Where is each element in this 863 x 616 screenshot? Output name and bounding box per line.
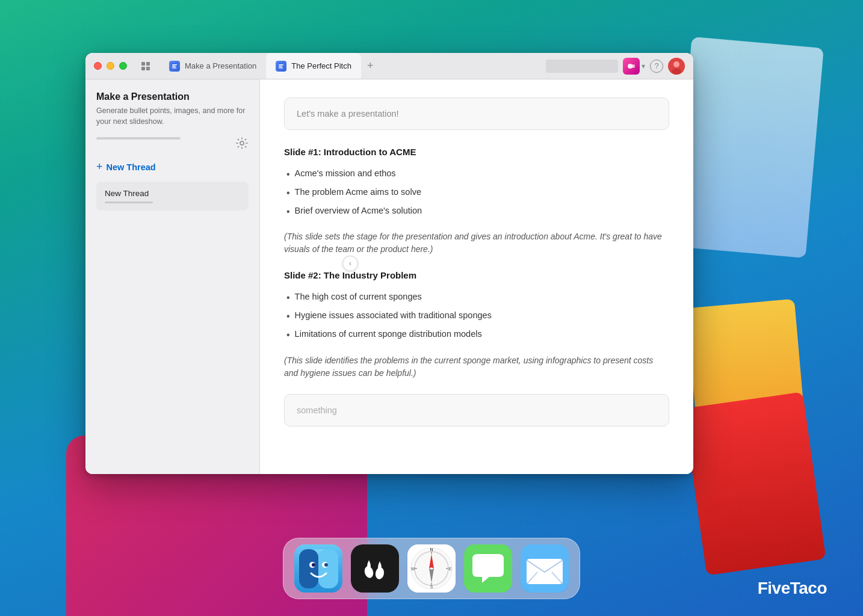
svg-rect-3 bbox=[146, 67, 150, 70]
dock-finder[interactable] bbox=[294, 544, 342, 593]
svg-text:W: W bbox=[411, 567, 415, 571]
user-avatar[interactable] bbox=[668, 58, 685, 75]
new-thread-label: New Thread bbox=[107, 162, 156, 172]
slide-2-note: (This slide identifies the problems in t… bbox=[284, 354, 669, 380]
dock: N S E W bbox=[283, 538, 580, 599]
mail-icon bbox=[521, 544, 569, 593]
tabs-container: Make a Presentation The Perfect Pitch + bbox=[159, 53, 546, 79]
tab-make-presentation[interactable]: Make a Presentation bbox=[159, 53, 266, 79]
finder-icon bbox=[294, 544, 342, 593]
search-bar bbox=[546, 60, 618, 73]
bottom-input-placeholder: something bbox=[297, 405, 337, 415]
messages-icon bbox=[464, 544, 512, 593]
bottom-input-area[interactable]: something bbox=[284, 394, 669, 427]
svg-point-24 bbox=[324, 563, 328, 567]
tab-pitch-label: The Perfect Pitch bbox=[291, 61, 351, 70]
slide-1-heading: Slide #1: Introduction to ACME bbox=[284, 147, 669, 157]
dock-make-app[interactable] bbox=[351, 544, 399, 593]
help-button[interactable]: ? bbox=[650, 60, 663, 73]
svg-rect-9 bbox=[279, 64, 283, 66]
svg-rect-5 bbox=[172, 64, 177, 66]
slide-2-bullet-1: The high cost of current sponges bbox=[286, 289, 669, 307]
dock-safari[interactable]: N S E W bbox=[407, 544, 456, 593]
sidebar-subtitle: Generate bullet points, images, and more… bbox=[96, 106, 249, 127]
titlebar-right: ▾ ? bbox=[546, 58, 685, 75]
sidebar: Make a Presentation Generate bullet poin… bbox=[85, 79, 260, 474]
content-area: Make a Presentation Generate bullet poin… bbox=[85, 79, 693, 474]
tab-make-icon bbox=[169, 61, 180, 72]
thread-item[interactable]: New Thread bbox=[96, 182, 249, 211]
new-thread-button[interactable]: + New Thread bbox=[96, 161, 249, 173]
minimize-button[interactable] bbox=[107, 62, 114, 70]
svg-rect-20 bbox=[318, 549, 338, 588]
slide-1-bullet-3: Brief overview of Acme's solution bbox=[286, 203, 669, 221]
thread-item-preview bbox=[105, 202, 153, 203]
dock-mail[interactable] bbox=[521, 544, 569, 593]
sidebar-controls-row bbox=[96, 137, 249, 150]
app-icon-group: ▾ bbox=[623, 58, 645, 75]
avatar-image bbox=[668, 58, 685, 75]
svg-point-15 bbox=[673, 61, 679, 67]
bg-red-decoration bbox=[683, 392, 826, 575]
grid-icon bbox=[141, 61, 150, 71]
settings-icon[interactable] bbox=[235, 137, 249, 150]
svg-point-17 bbox=[240, 141, 244, 145]
window-icon-button[interactable] bbox=[137, 57, 155, 75]
svg-point-23 bbox=[312, 563, 315, 567]
svg-rect-19 bbox=[299, 549, 318, 588]
add-tab-button[interactable]: + bbox=[361, 53, 380, 79]
thread-item-title: New Thread bbox=[105, 189, 240, 198]
svg-rect-7 bbox=[172, 67, 176, 69]
svg-text:E: E bbox=[449, 567, 452, 571]
app-icon-button[interactable] bbox=[623, 58, 640, 75]
svg-text:S: S bbox=[430, 585, 433, 589]
slide-2-section: Slide #2: The Industry Problem The high … bbox=[284, 270, 669, 379]
slide-1-bullet-1: Acme's mission and ethos bbox=[286, 165, 669, 184]
sidebar-progress-bar bbox=[96, 137, 181, 140]
fivetaco-label: FiveTaco bbox=[758, 579, 827, 598]
app-dropdown-arrow[interactable]: ▾ bbox=[642, 62, 645, 70]
slide-1-note: (This slide sets the stage for the prese… bbox=[284, 230, 669, 256]
sidebar-title: Make a Presentation bbox=[96, 91, 249, 102]
svg-rect-11 bbox=[279, 67, 283, 69]
bg-blue-decoration bbox=[673, 37, 824, 258]
svg-point-13 bbox=[631, 64, 635, 68]
slide-2-bullet-2: Hygiene issues associated with tradition… bbox=[286, 307, 669, 326]
maximize-button[interactable] bbox=[119, 62, 127, 70]
svg-rect-1 bbox=[146, 62, 150, 66]
slide-1-bullet-2: The problem Acme aims to solve bbox=[286, 184, 669, 203]
tab-pitch-icon bbox=[276, 61, 286, 72]
svg-rect-25 bbox=[356, 549, 395, 588]
safari-icon: N S E W bbox=[407, 544, 456, 593]
main-window: Make a Presentation The Perfect Pitch + bbox=[85, 53, 693, 474]
collapse-sidebar-button[interactable]: ‹ bbox=[342, 256, 358, 271]
traffic-lights bbox=[94, 62, 127, 70]
make-app-icon bbox=[356, 549, 395, 588]
chat-input-placeholder[interactable]: Let's make a presentation! bbox=[284, 97, 669, 130]
svg-rect-2 bbox=[141, 67, 145, 70]
slide-2-bullet-3: Limitations of current sponge distributi… bbox=[286, 326, 669, 345]
svg-rect-6 bbox=[172, 66, 176, 67]
tab-make-label: Make a Presentation bbox=[185, 61, 256, 70]
tab-perfect-pitch[interactable]: The Perfect Pitch bbox=[266, 53, 361, 79]
finder-face-svg bbox=[299, 549, 338, 588]
svg-rect-0 bbox=[141, 62, 145, 66]
svg-rect-10 bbox=[279, 66, 282, 67]
title-bar: Make a Presentation The Perfect Pitch + bbox=[85, 53, 693, 79]
close-button[interactable] bbox=[94, 62, 102, 70]
new-thread-plus-icon: + bbox=[96, 161, 103, 173]
svg-point-16 bbox=[672, 69, 681, 75]
slide-1-section: Slide #1: Introduction to ACME Acme's mi… bbox=[284, 147, 669, 256]
main-content: Let's make a presentation! Slide #1: Int… bbox=[260, 79, 693, 474]
dock-messages[interactable] bbox=[464, 544, 512, 593]
app-logo-icon bbox=[626, 61, 636, 71]
slide-2-bullets: The high cost of current sponges Hygiene… bbox=[284, 289, 669, 344]
slide-2-heading: Slide #2: The Industry Problem bbox=[284, 270, 669, 280]
slide-1-bullets: Acme's mission and ethos The problem Acm… bbox=[284, 165, 669, 221]
svg-text:N: N bbox=[430, 547, 433, 552]
